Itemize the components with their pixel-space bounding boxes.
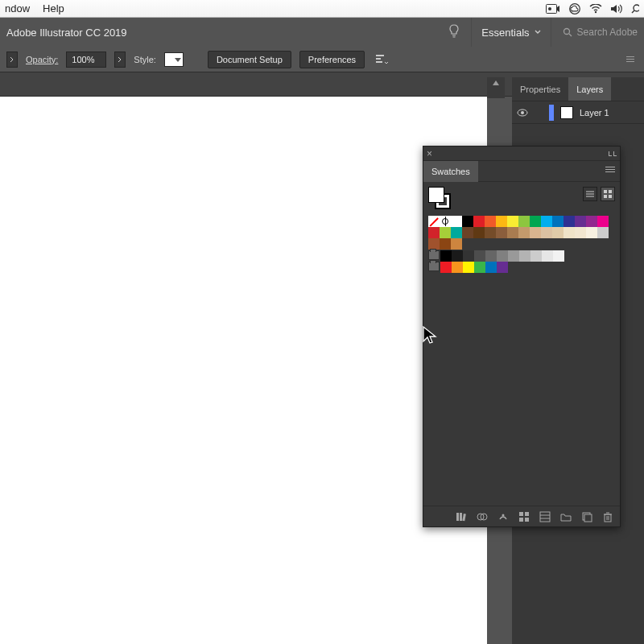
swatch[interactable] (428, 238, 440, 250)
svg-rect-31 (525, 518, 529, 522)
document-setup-button[interactable]: Document Setup (208, 51, 291, 68)
new-icon[interactable] (581, 511, 592, 522)
swatch[interactable] (485, 227, 496, 238)
grid-view-icon[interactable] (601, 187, 615, 201)
swatch[interactable] (564, 216, 575, 227)
wifi-icon[interactable] (589, 4, 602, 14)
menu-window[interactable]: ndow (5, 2, 30, 14)
swatch[interactable] (440, 262, 452, 273)
swatch[interactable] (586, 227, 597, 238)
swatch[interactable] (496, 216, 507, 227)
swatch-group-icon[interactable] (428, 250, 440, 260)
opacity-dropdown-icon[interactable] (114, 52, 126, 68)
layer-row[interactable]: Layer 1 (512, 101, 644, 124)
panel-menu-icon[interactable] (605, 167, 615, 172)
layer-name[interactable]: Layer 1 (580, 108, 609, 118)
screen-record-icon[interactable] (546, 4, 560, 14)
fill-stroke-proxy[interactable] (428, 187, 451, 209)
opacity-field[interactable]: 100% (66, 52, 106, 68)
swatch[interactable] (485, 216, 496, 227)
swatch[interactable] (473, 216, 485, 227)
swatch[interactable] (541, 227, 552, 238)
panel-dock-icon[interactable] (623, 50, 638, 69)
tab-layers[interactable]: Layers (568, 77, 611, 101)
prev-panel-icon[interactable] (6, 52, 18, 68)
swatch[interactable] (508, 250, 519, 262)
swatch[interactable] (474, 250, 485, 262)
swatch[interactable] (552, 216, 564, 227)
swatch[interactable] (474, 262, 485, 273)
swatch[interactable] (428, 227, 440, 238)
swatch[interactable] (541, 216, 552, 227)
swatch-libraries-icon[interactable] (456, 511, 467, 522)
collapse-icon[interactable] (609, 151, 617, 156)
align-flyout-icon[interactable] (373, 51, 390, 68)
swatch[interactable] (462, 216, 473, 227)
swatch-kind-icon[interactable] (477, 511, 488, 522)
swatch[interactable] (497, 262, 508, 273)
swatch[interactable] (542, 250, 553, 262)
swatch[interactable] (530, 216, 541, 227)
swatch[interactable] (518, 216, 530, 227)
list-view-icon[interactable] (583, 187, 597, 201)
workspace-switcher[interactable]: Essentials (471, 18, 551, 47)
swatch-options-icon[interactable] (497, 511, 509, 522)
swatch[interactable] (597, 216, 609, 227)
swatch[interactable] (440, 238, 451, 250)
swatch[interactable] (586, 216, 597, 227)
creative-cloud-icon[interactable] (568, 3, 581, 14)
swatch[interactable] (485, 250, 497, 262)
swatches-panel[interactable]: × Swatches (423, 146, 621, 527)
new-swatch-icon[interactable] (539, 511, 551, 522)
swatch[interactable] (575, 227, 586, 238)
search-adobe[interactable]: Search Adobe (563, 27, 638, 38)
visibility-icon[interactable] (517, 107, 528, 118)
swatch[interactable] (428, 216, 440, 227)
swatch[interactable] (530, 250, 542, 262)
swatch[interactable] (553, 250, 564, 262)
swatch[interactable] (597, 227, 609, 238)
swatch[interactable] (496, 227, 507, 238)
swatch-group-icon[interactable] (428, 262, 440, 271)
swatch[interactable] (518, 227, 530, 238)
trash-icon[interactable] (602, 511, 613, 522)
swatch[interactable] (440, 216, 451, 227)
folder-icon[interactable] (560, 511, 572, 522)
swatches-titlebar[interactable]: × (423, 147, 620, 161)
preferences-button[interactable]: Preferences (299, 51, 365, 68)
swatch[interactable] (485, 262, 497, 273)
swatch[interactable] (440, 250, 452, 262)
swatch[interactable] (519, 250, 530, 262)
close-icon[interactable]: × (427, 149, 432, 159)
swatch[interactable] (452, 250, 463, 262)
volume-icon[interactable] (610, 4, 623, 14)
swatch[interactable] (440, 227, 451, 238)
search-icon-partial[interactable] (631, 3, 639, 14)
scroll-arrow-up[interactable] (487, 77, 505, 98)
swatch[interactable] (462, 227, 473, 238)
swatch[interactable] (507, 216, 518, 227)
menu-help[interactable]: Help (43, 2, 64, 14)
tab-swatches[interactable]: Swatches (423, 161, 478, 182)
tab-properties[interactable]: Properties (512, 77, 568, 101)
swatch[interactable] (575, 216, 586, 227)
swatch[interactable] (451, 227, 462, 238)
tips-bulb-icon[interactable] (448, 24, 460, 41)
new-color-group-icon[interactable] (518, 511, 530, 522)
svg-rect-23 (460, 513, 462, 521)
swatch[interactable] (552, 227, 564, 238)
style-swatch[interactable] (164, 52, 184, 67)
swatches-footer (423, 506, 620, 526)
swatch[interactable] (463, 262, 474, 273)
swatch[interactable] (507, 227, 518, 238)
swatch[interactable] (473, 227, 485, 238)
artboard[interactable] (0, 97, 487, 644)
fill-proxy[interactable] (428, 187, 444, 203)
swatch[interactable] (451, 216, 462, 227)
swatch[interactable] (451, 238, 462, 250)
swatch[interactable] (497, 250, 508, 262)
swatch[interactable] (530, 227, 541, 238)
swatch[interactable] (452, 262, 463, 273)
swatch[interactable] (463, 250, 474, 262)
swatch[interactable] (564, 227, 575, 238)
